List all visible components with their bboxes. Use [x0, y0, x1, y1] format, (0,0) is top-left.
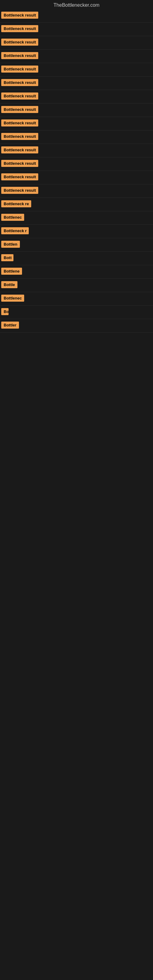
result-row: Bottleneck re	[0, 198, 153, 211]
result-row: Bottleneck result	[0, 90, 153, 103]
result-row: Bottlenec	[0, 211, 153, 225]
bottleneck-result-label[interactable]: Bottleneck r	[1, 227, 29, 234]
result-row: Bottleneck result	[0, 23, 153, 36]
result-row: Bottleneck result	[0, 185, 153, 198]
result-row: Bottlen	[0, 238, 153, 252]
bottleneck-result-label[interactable]: Bottlene	[1, 268, 22, 275]
result-row: Bottleneck result	[0, 9, 153, 23]
bottleneck-result-label[interactable]: Bottlenec	[1, 214, 24, 221]
bottleneck-result-label[interactable]: Bottleneck result	[1, 12, 38, 19]
result-row: Bottleneck result	[0, 49, 153, 63]
result-row: Bo	[0, 305, 153, 319]
result-row: Bottleneck result	[0, 158, 153, 171]
bottleneck-result-label[interactable]: Bott	[1, 254, 13, 261]
result-row: Bottlene	[0, 265, 153, 279]
bottleneck-result-label[interactable]: Bottleneck result	[1, 173, 38, 180]
bottleneck-result-label[interactable]: Bottleneck result	[1, 133, 38, 140]
result-row: Bottleneck result	[0, 144, 153, 158]
bottleneck-result-label[interactable]: Bottlen	[1, 241, 20, 248]
bottleneck-result-label[interactable]: Bottleneck result	[1, 160, 38, 167]
bottleneck-result-label[interactable]: Bottleneck result	[1, 52, 38, 59]
result-row: Bottle	[0, 279, 153, 292]
bottleneck-result-label[interactable]: Bottler	[1, 321, 19, 329]
result-row: Bottleneck result	[0, 130, 153, 144]
result-row: Bottler	[0, 319, 153, 332]
result-row: Bottlenec	[0, 292, 153, 305]
result-row: Bottleneck result	[0, 76, 153, 90]
bottleneck-result-label[interactable]: Bottleneck result	[1, 187, 38, 194]
bottleneck-result-label[interactable]: Bottle	[1, 281, 18, 288]
bottleneck-result-label[interactable]: Bottleneck result	[1, 119, 38, 126]
result-row: Bottleneck result	[0, 117, 153, 130]
result-row: Bottleneck result	[0, 171, 153, 185]
bottleneck-result-label[interactable]: Bottleneck result	[1, 79, 38, 86]
result-row: Bottleneck r	[0, 225, 153, 238]
bottleneck-result-label[interactable]: Bottleneck result	[1, 106, 38, 113]
bottleneck-result-label[interactable]: Bottleneck result	[1, 146, 38, 153]
bottleneck-result-label[interactable]: Bottleneck result	[1, 25, 38, 32]
bottleneck-result-label[interactable]: Bottleneck re	[1, 200, 31, 207]
result-row: Bottleneck result	[0, 63, 153, 76]
result-row: Bott	[0, 252, 153, 265]
site-title: TheBottlenecker.com	[0, 0, 153, 9]
site-header: TheBottlenecker.com	[0, 0, 153, 9]
bottleneck-result-label[interactable]: Bo	[1, 308, 9, 315]
bottleneck-result-label[interactable]: Bottleneck result	[1, 92, 38, 100]
result-row: Bottleneck result	[0, 36, 153, 49]
results-list: Bottleneck resultBottleneck resultBottle…	[0, 9, 153, 332]
bottleneck-result-label[interactable]: Bottlenec	[1, 294, 24, 302]
result-row: Bottleneck result	[0, 103, 153, 117]
bottleneck-result-label[interactable]: Bottleneck result	[1, 38, 38, 46]
bottleneck-result-label[interactable]: Bottleneck result	[1, 65, 38, 73]
